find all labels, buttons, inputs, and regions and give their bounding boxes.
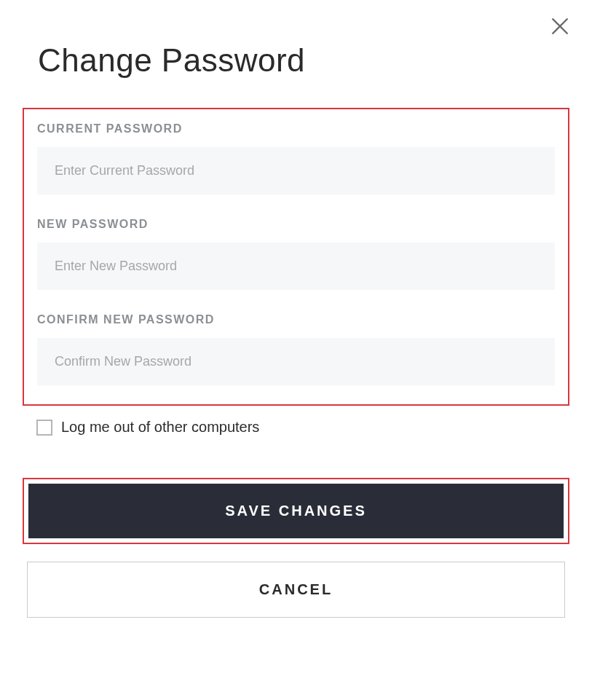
new-password-label: NEW PASSWORD xyxy=(37,218,555,231)
new-password-input[interactable] xyxy=(37,243,555,290)
confirm-password-label: CONFIRM NEW PASSWORD xyxy=(37,313,555,326)
dialog-title: Change Password xyxy=(38,42,592,79)
close-icon xyxy=(550,16,570,36)
confirm-password-input[interactable] xyxy=(37,338,555,385)
cancel-button[interactable]: CANCEL xyxy=(27,562,565,618)
new-password-group: NEW PASSWORD xyxy=(37,218,555,290)
logout-checkbox-row: Log me out of other computers xyxy=(36,419,592,436)
current-password-input[interactable] xyxy=(37,147,555,194)
current-password-label: CURRENT PASSWORD xyxy=(37,122,555,135)
logout-checkbox[interactable] xyxy=(36,420,52,436)
password-fields-highlight: CURRENT PASSWORD NEW PASSWORD CONFIRM NE… xyxy=(23,108,569,406)
save-button-highlight: SAVE CHANGES xyxy=(23,478,569,544)
close-button[interactable] xyxy=(548,15,572,38)
confirm-password-group: CONFIRM NEW PASSWORD xyxy=(37,313,555,385)
current-password-group: CURRENT PASSWORD xyxy=(37,122,555,194)
save-changes-button[interactable]: SAVE CHANGES xyxy=(28,484,564,538)
logout-checkbox-label: Log me out of other computers xyxy=(61,419,259,436)
